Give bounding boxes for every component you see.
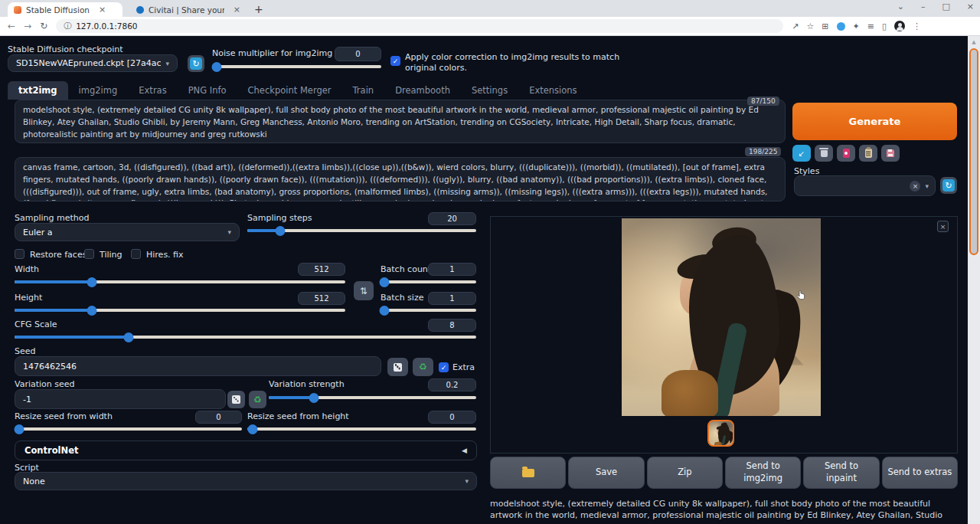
- batch-size-slider[interactable]: [381, 309, 476, 312]
- tab-title: Stable Diffusion: [26, 5, 90, 15]
- batch-size-value[interactable]: 1: [428, 292, 476, 305]
- window-maximize-button[interactable]: □: [942, 2, 949, 11]
- side-panel-icon[interactable]: ▯: [882, 21, 887, 31]
- batch-count-slider[interactable]: [381, 280, 476, 283]
- profile-avatar[interactable]: [894, 21, 905, 31]
- scrollbar-thumb[interactable]: [969, 48, 978, 255]
- paste-params-button[interactable]: ↙: [792, 145, 811, 162]
- prompt-token-counter: 87/150: [747, 97, 779, 106]
- tab-search-icon[interactable]: ⌄: [897, 2, 904, 11]
- seed-input[interactable]: 1476462546: [15, 356, 381, 376]
- tab-dreambooth[interactable]: Dreambooth: [384, 81, 461, 100]
- color-correction-checkbox[interactable]: ✓: [390, 56, 400, 66]
- browser-tab-stable-diffusion[interactable]: Stable Diffusion ×: [8, 2, 122, 17]
- send-to-img2img-button[interactable]: Send to img2img: [725, 457, 801, 489]
- random-seed-button[interactable]: [387, 358, 408, 376]
- variation-strength-value[interactable]: 0.2: [428, 378, 476, 391]
- tab-close-icon[interactable]: ×: [99, 5, 106, 15]
- save-style-button[interactable]: [881, 145, 900, 162]
- extra-seed-checkbox[interactable]: ✓: [439, 362, 449, 372]
- clear-styles-icon[interactable]: ×: [910, 181, 920, 192]
- bookmark-star-icon[interactable]: ☆: [806, 21, 814, 31]
- resize-seed-width-value[interactable]: 0: [195, 411, 242, 424]
- send-to-extras-button[interactable]: Send to extras: [882, 457, 958, 489]
- random-variation-seed-button[interactable]: [227, 391, 245, 408]
- address-bar[interactable]: ⓘ 127.0.0.1:7860: [56, 19, 783, 33]
- swap-icon: ⇅: [360, 286, 368, 296]
- negative-prompt-textarea[interactable]: canvas frame, cartoon, 3d, ((disfigured)…: [15, 157, 786, 201]
- extra-networks-button[interactable]: [837, 145, 855, 162]
- send-to-inpaint-button[interactable]: Send to inpaint: [803, 457, 879, 489]
- browser-tab-civitai[interactable]: Civitai | Share your models ×: [130, 2, 247, 17]
- tab-checkpoint-merger[interactable]: Checkpoint Merger: [237, 81, 342, 100]
- restore-faces-label: Restore faces: [30, 250, 87, 260]
- menu-dots-icon[interactable]: ⋮: [913, 21, 921, 31]
- swap-dimensions-button[interactable]: ⇅: [354, 281, 374, 300]
- resize-seed-width-slider[interactable]: [15, 427, 242, 431]
- tab-img2img[interactable]: img2img: [68, 81, 129, 100]
- page-scrollbar[interactable]: ▲: [968, 36, 980, 524]
- height-value[interactable]: 512: [298, 292, 345, 305]
- open-folder-button[interactable]: [490, 457, 566, 489]
- gallery-thumbnail[interactable]: [707, 420, 734, 447]
- width-value[interactable]: 512: [298, 263, 345, 276]
- new-tab-button[interactable]: +: [254, 3, 263, 15]
- script-dropdown[interactable]: None ▾: [15, 472, 477, 490]
- tab-extensions[interactable]: Extensions: [518, 81, 587, 100]
- styles-refresh-button[interactable]: ↻: [940, 177, 957, 194]
- back-icon[interactable]: ←: [8, 21, 15, 31]
- share-icon[interactable]: ↗: [792, 21, 799, 31]
- reuse-seed-button[interactable]: ♻: [413, 358, 433, 376]
- tab-close-icon[interactable]: ×: [234, 5, 240, 15]
- apply-styles-button[interactable]: [859, 145, 877, 162]
- generated-image[interactable]: [622, 218, 821, 416]
- tab-settings[interactable]: Settings: [461, 81, 518, 100]
- cfg-scale-slider[interactable]: [15, 336, 476, 339]
- stable-diffusion-favicon: [14, 6, 21, 14]
- checkpoint-dropdown[interactable]: SD15NewVAEpruned.ckpt [27a4ac756c] ▾: [8, 54, 178, 72]
- variation-seed-input[interactable]: -1: [15, 389, 226, 409]
- refresh-icon: ↻: [192, 59, 199, 69]
- scrollbar-up-icon[interactable]: ▲: [968, 36, 980, 45]
- reload-icon[interactable]: ↻: [40, 21, 47, 31]
- width-slider[interactable]: [15, 280, 345, 283]
- sampling-method-dropdown[interactable]: Euler a ▾: [15, 223, 240, 241]
- zip-button[interactable]: Zip: [647, 457, 723, 489]
- variation-strength-slider[interactable]: [269, 396, 476, 399]
- tab-extras[interactable]: Extras: [128, 81, 177, 100]
- tiling-checkbox[interactable]: [84, 249, 94, 259]
- prompt-textarea[interactable]: modelshoot style, (extremely detailed CG…: [15, 100, 786, 143]
- reading-list-icon[interactable]: ≡: [867, 21, 874, 31]
- tab-png-info[interactable]: PNG Info: [178, 81, 237, 100]
- window-minimize-button[interactable]: –: [921, 2, 926, 11]
- dice-icon: [394, 363, 402, 372]
- noise-multiplier-slider[interactable]: [215, 65, 381, 68]
- extensions-puzzle-icon[interactable]: ✦: [853, 21, 860, 31]
- close-gallery-button[interactable]: ×: [937, 221, 949, 232]
- resize-seed-height-value[interactable]: 0: [428, 411, 476, 424]
- tab-txt2img[interactable]: txt2img: [8, 81, 68, 100]
- clear-prompt-button[interactable]: [815, 145, 833, 162]
- resize-seed-height-slider[interactable]: [247, 427, 476, 431]
- styles-dropdown[interactable]: × ▾: [794, 175, 936, 196]
- site-info-icon[interactable]: ⓘ: [64, 21, 71, 31]
- controlnet-accordion[interactable]: ControlNet ◀: [15, 440, 477, 460]
- noise-multiplier-value[interactable]: 0: [335, 47, 381, 61]
- tab-train[interactable]: Train: [342, 81, 385, 100]
- generate-button[interactable]: Generate: [792, 103, 957, 140]
- forward-icon[interactable]: →: [24, 21, 31, 31]
- variation-strength-label: Variation strength: [269, 379, 345, 389]
- save-button[interactable]: Save: [568, 457, 644, 489]
- height-slider[interactable]: [15, 309, 345, 312]
- restore-faces-checkbox[interactable]: [15, 249, 24, 259]
- sampling-steps-value[interactable]: 20: [428, 212, 476, 225]
- apps-grid-icon[interactable]: ⊞: [822, 21, 828, 31]
- batch-count-value[interactable]: 1: [428, 263, 476, 276]
- hires-fix-checkbox[interactable]: [131, 249, 141, 259]
- sampling-steps-slider[interactable]: [247, 229, 476, 232]
- checkpoint-refresh-button[interactable]: ↻: [188, 55, 204, 72]
- window-close-button[interactable]: ×: [967, 2, 974, 11]
- extension-blue-icon[interactable]: [837, 22, 845, 31]
- cfg-scale-value[interactable]: 8: [428, 319, 476, 332]
- reuse-variation-seed-button[interactable]: ♻: [249, 391, 266, 408]
